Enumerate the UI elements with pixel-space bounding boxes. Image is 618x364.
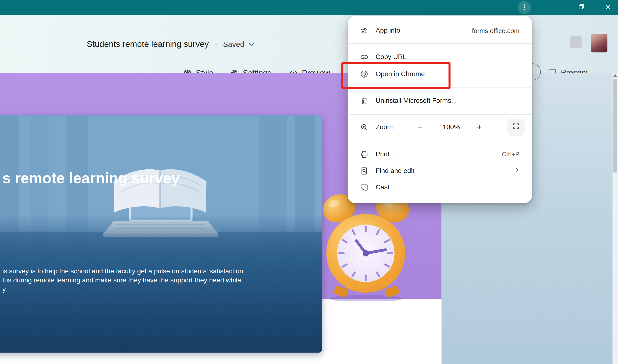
zoom-icon bbox=[359, 123, 369, 132]
org-logo-placeholder bbox=[570, 36, 582, 48]
user-avatar[interactable] bbox=[591, 34, 607, 52]
form-description: is survey is to help the school and the … bbox=[2, 267, 286, 294]
description-line: tus during remote learning and make sure… bbox=[2, 276, 286, 285]
print-shortcut: Ctrl+P bbox=[502, 151, 525, 158]
minimize-icon bbox=[551, 4, 557, 11]
tune-icon bbox=[359, 26, 369, 35]
chrome-icon bbox=[359, 69, 369, 78]
close-icon bbox=[605, 4, 610, 11]
description-line: is survey is to help the school and the … bbox=[2, 267, 286, 276]
zoom-level: 100% bbox=[437, 123, 465, 131]
form-banner-title[interactable]: s remote learning survey bbox=[2, 170, 180, 187]
vertical-scrollbar[interactable] bbox=[613, 73, 618, 364]
scroll-up-arrow-icon[interactable] bbox=[613, 74, 617, 77]
chevron-down-icon bbox=[249, 41, 255, 48]
chrome-app-menu: App info forms.office.com Copy URL Open … bbox=[348, 16, 532, 203]
find-in-page-icon bbox=[359, 167, 369, 176]
app-window: Students remote learning survey - Saved … bbox=[0, 0, 618, 364]
form-header-card[interactable]: s remote learning survey is survey is to… bbox=[0, 115, 322, 352]
close-button[interactable] bbox=[598, 0, 618, 15]
menu-item-find-and-edit[interactable]: Find and edit bbox=[348, 163, 532, 179]
window-titlebar bbox=[0, 0, 618, 15]
link-icon bbox=[359, 52, 369, 62]
save-status-dropdown[interactable]: Saved bbox=[223, 40, 254, 49]
kebab-menu-icon bbox=[523, 3, 525, 12]
zoom-in-button[interactable]: + bbox=[472, 123, 486, 132]
minimize-button[interactable] bbox=[543, 0, 565, 15]
menu-item-zoom: Zoom − 100% + bbox=[348, 118, 532, 136]
menu-item-copy-url[interactable]: Copy URL bbox=[348, 49, 532, 65]
restore-icon bbox=[579, 4, 584, 11]
chevron-right-icon bbox=[513, 167, 524, 176]
fullscreen-button[interactable] bbox=[507, 118, 525, 136]
title-separator: - bbox=[215, 40, 217, 49]
description-line: y. bbox=[2, 285, 286, 294]
zoom-out-button[interactable]: − bbox=[413, 123, 427, 132]
alarm-clock-illustration bbox=[311, 187, 422, 301]
form-title[interactable]: Students remote learning survey bbox=[87, 39, 209, 49]
menu-item-app-info[interactable]: App info forms.office.com bbox=[348, 22, 532, 39]
menu-item-uninstall[interactable]: Uninstall Microsoft Forms... bbox=[348, 92, 532, 109]
app-domain: forms.office.com bbox=[472, 27, 524, 34]
menu-item-print[interactable]: Print... Ctrl+P bbox=[348, 146, 532, 163]
scrollbar-thumb[interactable] bbox=[613, 79, 617, 172]
browser-menu-button[interactable] bbox=[518, 1, 531, 14]
fullscreen-icon bbox=[512, 123, 520, 132]
form-title-row: Students remote learning survey - Saved bbox=[87, 39, 255, 49]
menu-divider bbox=[348, 88, 532, 88]
menu-item-open-in-chrome[interactable]: Open in Chrome bbox=[348, 66, 532, 83]
menu-divider bbox=[348, 141, 532, 141]
cast-icon bbox=[359, 183, 369, 192]
menu-item-cast[interactable]: Cast... bbox=[348, 179, 532, 196]
menu-divider bbox=[348, 114, 532, 115]
trash-icon bbox=[359, 96, 369, 105]
printer-icon bbox=[359, 150, 369, 159]
restore-button[interactable] bbox=[570, 0, 592, 15]
menu-divider bbox=[348, 43, 532, 44]
